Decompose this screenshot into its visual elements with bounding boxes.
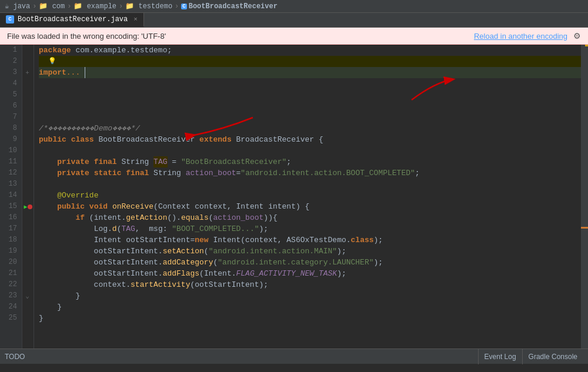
bulb-icon[interactable]: 💡 [48,56,56,67]
code-area[interactable]: package com.example.testdemo; 💡 import .… [34,45,581,348]
code-line-15: public void onReceive(Context context, I… [39,201,581,212]
status-bar: TODO Event Log Gradle Console [0,348,588,364]
event-log-button[interactable]: Event Log [478,349,522,364]
line-num-17: 17 [4,223,17,234]
line-num-24: 24 [4,301,17,313]
code-line-18: Intent ootStartIntent=new Intent(context… [39,234,581,246]
reload-encoding-link[interactable]: Reload in another encoding [474,32,567,41]
line-num-1: 1 [4,45,17,56]
tab-close-button[interactable]: × [133,16,138,23]
tab-bootbroadcastreceiver[interactable]: C BootBroadcastReceiver.java × [0,13,144,27]
breadcrumb-item-example[interactable]: 📁 example [74,2,116,11]
line-num-15: 15 [4,201,17,212]
code-line-25: } [39,313,581,324]
fold-marker-3[interactable]: + [25,69,29,76]
code-line-19: ootStartIntent.setAction("android.intent… [39,246,581,257]
code-line-21: ootStartIntent.addFlags(Intent.FLAG_ACTI… [39,268,581,279]
line-num-11: 11 [4,156,17,167]
warning-text: File was loaded in the wrong encoding: '… [7,32,166,41]
line-num-7: 7 [4,112,17,123]
line-num-2: 2 [4,56,17,67]
code-line-24: } [39,301,581,313]
status-right: Event Log Gradle Console [478,349,583,364]
code-line-11: private final String TAG = "BootBroadcas… [39,156,581,167]
right-marker-middle [581,227,588,229]
line-num-22: 22 [4,279,17,290]
tab-label: BootBroadcastReceiver.java [18,15,128,24]
right-marker-top [585,45,588,46]
line-num-13: 13 [4,179,17,190]
gradle-console-button[interactable]: Gradle Console [522,349,583,364]
status-todo: TODO [5,353,25,361]
breadcrumb-item-com[interactable]: 📁 com [39,2,65,11]
breadcrumb-item-java[interactable]: ☕ java [5,2,30,11]
line-num-23: 23 [4,290,17,301]
line-num-25: 25 [4,313,17,324]
breadcrumb-item-testdemo[interactable]: 📁 testdemo [125,2,172,11]
tab-icon: C [6,15,14,24]
line-num-14: 14 [4,190,17,201]
line-num-19: 19 [4,246,17,257]
fold-marker-24[interactable]: ⌄ [25,292,29,300]
gear-icon[interactable]: ⚙ [573,31,581,41]
code-line-2: 💡 [39,56,581,67]
code-line-6 [39,100,581,112]
line-num-21: 21 [4,268,17,279]
line-num-20: 20 [4,257,17,268]
right-scroll-panel [581,45,588,348]
code-line-17: Log.d(TAG, msg: "BOOT_COMPLETED..."); [39,223,581,234]
code-line-7 [39,112,581,123]
code-line-20: ootStartIntent.addCategory("android.inte… [39,257,581,268]
line-num-16: 16 [4,212,17,223]
line-num-12: 12 [4,167,17,179]
code-line-10 [39,145,581,156]
line-num-5: 5 [4,89,17,100]
code-line-12: private static final String action_boot=… [39,167,581,179]
warning-banner: File was loaded in the wrong encoding: '… [0,28,588,45]
line-num-8: 8 [4,123,17,134]
code-line-14: @Override [39,190,581,201]
tab-bar: C BootBroadcastReceiver.java × [0,13,588,28]
code-line-1: package com.example.testdemo; [39,45,581,56]
line-num-4: 4 [4,78,17,89]
code-line-13 [39,179,581,190]
code-line-9: public class BootBroadcastReceiver exten… [39,134,581,145]
code-line-3: import ... [39,67,581,78]
editor: 1 2 3 4 5 6 7 8 9 10 11 12 13 14 15 16 1… [0,45,588,348]
code-line-8: /*❖❖❖❖❖❖❖❖❖❖Demo❖❖❖❖*/ [39,123,581,134]
code-line-22: context.startActivity(ootStartIntent); [39,279,581,290]
line-num-9: 9 [4,134,17,145]
gutter: + ▶ ⌄ [22,45,34,348]
breakpoint-icon[interactable] [28,205,32,209]
line-num-18: 18 [4,234,17,246]
line-num-3: 3 [4,67,17,78]
code-line-5 [39,89,581,100]
breadcrumb-item-class[interactable]: C BootBroadcastReceiver [181,2,278,11]
code-line-4 [39,78,581,89]
breadcrumb: ☕ java › 📁 com › 📁 example › 📁 testdemo … [0,0,588,13]
code-line-23: } [39,290,581,301]
line-num-6: 6 [4,100,17,112]
code-line-16: if (intent.getAction().equals(action_boo… [39,212,581,223]
run-icon[interactable]: ▶ [24,203,27,210]
line-num-10: 10 [4,145,17,156]
line-numbers: 1 2 3 4 5 6 7 8 9 10 11 12 13 14 15 16 1… [0,45,22,348]
